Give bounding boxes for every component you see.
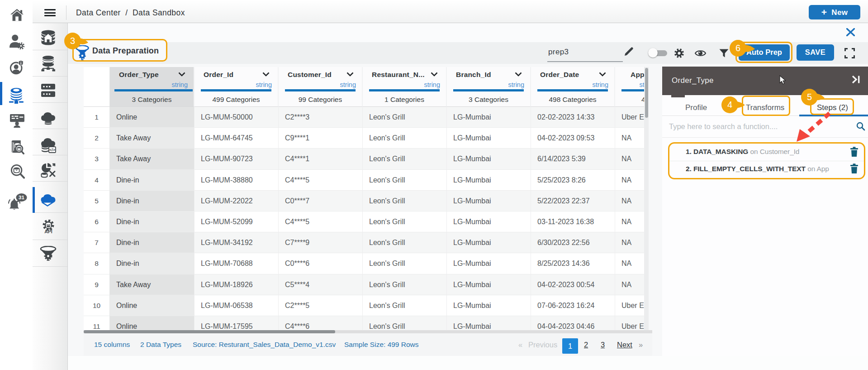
svg-text:31: 31: [19, 195, 24, 200]
svg-text:</>: </>: [49, 148, 55, 152]
svg-text:API: API: [44, 229, 52, 234]
